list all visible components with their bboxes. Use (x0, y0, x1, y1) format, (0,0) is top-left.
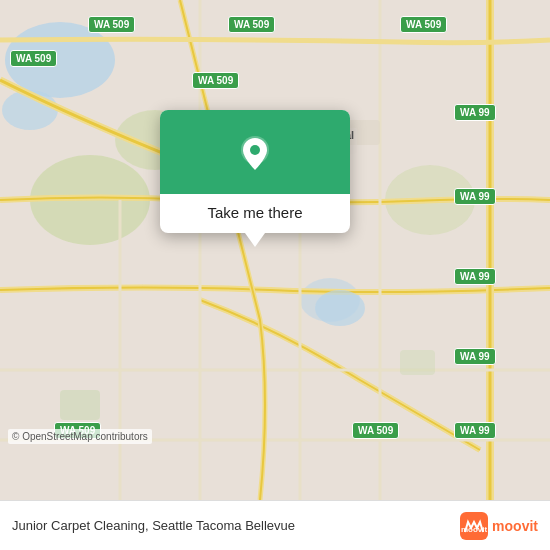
badge-wa509-5: WA 509 (192, 72, 239, 89)
moovit-icon: moovit (460, 512, 488, 540)
location-label: Junior Carpet Cleaning, Seattle Tacoma B… (12, 518, 454, 533)
location-pin-icon (233, 132, 277, 176)
popup-tail (245, 233, 265, 247)
copyright-text: © OpenStreetMap contributors (8, 429, 152, 444)
badge-wa99-1: WA 99 (454, 104, 496, 121)
svg-rect-14 (60, 390, 100, 420)
badge-wa509-3: WA 509 (400, 16, 447, 33)
svg-point-13 (315, 290, 365, 326)
badge-wa99-5: WA 99 (454, 422, 496, 439)
moovit-text: moovit (492, 518, 538, 534)
badge-wa509-2: WA 509 (228, 16, 275, 33)
badge-wa99-4: WA 99 (454, 348, 496, 365)
map-container: WA 509 WA 509 WA 509 WA 509 WA 509 WA 99… (0, 0, 550, 500)
badge-wa509-4: WA 509 (10, 50, 57, 67)
badge-wa99-3: WA 99 (454, 268, 496, 285)
bottom-bar: Junior Carpet Cleaning, Seattle Tacoma B… (0, 500, 550, 550)
badge-wa99-2: WA 99 (454, 188, 496, 205)
svg-rect-15 (400, 350, 435, 375)
popup-header (160, 110, 350, 194)
badge-wa509-bot-2: WA 509 (352, 422, 399, 439)
svg-point-18 (250, 145, 260, 155)
moovit-logo: moovit moovit (460, 512, 538, 540)
badge-wa509-1: WA 509 (88, 16, 135, 33)
take-me-there-button[interactable]: Take me there (160, 194, 350, 233)
popup-card: Take me there (160, 110, 350, 233)
